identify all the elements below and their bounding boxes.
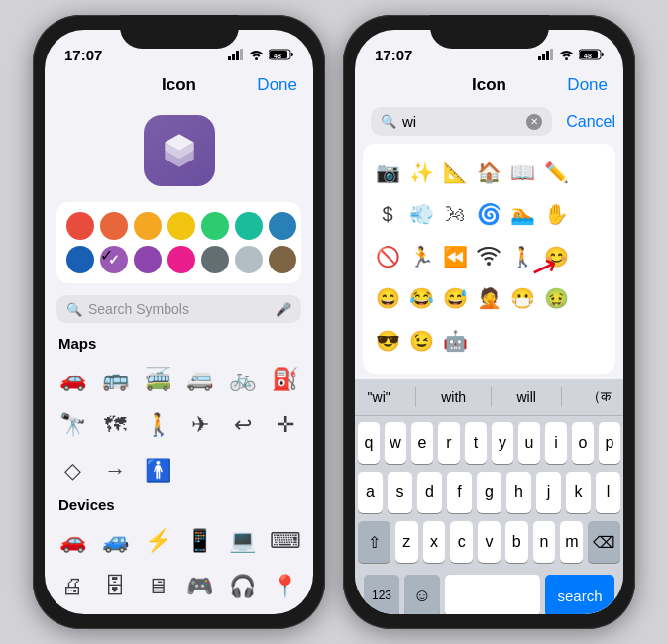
- key-q[interactable]: q: [358, 422, 380, 464]
- symbol-arrow[interactable]: →: [95, 449, 136, 492]
- r-hand[interactable]: ✋: [540, 193, 574, 235]
- symbol-car2[interactable]: 🚗: [53, 519, 93, 563]
- r-lol[interactable]: 😂: [404, 277, 438, 319]
- done-button-right[interactable]: Done: [567, 75, 608, 95]
- key-s[interactable]: s: [388, 472, 412, 513]
- symbol-monitor[interactable]: 🖥: [138, 565, 178, 608]
- key-d[interactable]: d: [417, 472, 442, 513]
- symbol-binoculars[interactable]: 🔭: [53, 403, 93, 447]
- r-wind1[interactable]: 💨: [404, 193, 438, 235]
- key-g[interactable]: g: [477, 472, 501, 513]
- symbol-phone[interactable]: 📱: [179, 519, 220, 563]
- color-light-gray[interactable]: [235, 246, 263, 273]
- symbol-person[interactable]: 🚹: [138, 449, 178, 492]
- autocorrect-hindi[interactable]: （क: [587, 388, 611, 406]
- key-w[interactable]: w: [385, 422, 406, 464]
- r-tornado[interactable]: 🌀: [472, 193, 505, 235]
- r-wink[interactable]: 😉: [404, 320, 438, 362]
- key-u[interactable]: u: [518, 422, 540, 464]
- r-rewind[interactable]: ⏪: [438, 236, 472, 277]
- symbol-bus[interactable]: 🚌: [95, 358, 136, 401]
- r-sick[interactable]: 🤢: [540, 277, 574, 319]
- key-o[interactable]: o: [572, 422, 594, 464]
- r-wifi[interactable]: [472, 236, 505, 277]
- symbol-pin[interactable]: 📍: [265, 565, 305, 608]
- color-yellow[interactable]: [167, 212, 195, 240]
- key-shift[interactable]: ⇧: [358, 521, 390, 563]
- color-pink[interactable]: [167, 246, 195, 273]
- color-orange[interactable]: [134, 212, 162, 240]
- symbol-van[interactable]: 🚐: [179, 358, 220, 401]
- key-z[interactable]: z: [395, 521, 418, 563]
- r-face-hand[interactable]: 🤦: [472, 277, 505, 319]
- symbol-diamond[interactable]: ◇: [53, 449, 93, 492]
- symbol-keyboard[interactable]: ⌨: [265, 519, 305, 563]
- key-i[interactable]: i: [545, 422, 567, 464]
- key-k[interactable]: k: [566, 472, 591, 513]
- r-figure[interactable]: 🏃: [404, 236, 438, 277]
- symbol-fuel[interactable]: ⛽: [265, 358, 305, 401]
- color-gray[interactable]: [201, 246, 229, 273]
- key-space[interactable]: [445, 575, 540, 614]
- color-teal[interactable]: [235, 212, 263, 240]
- search-symbols-bar[interactable]: 🔍 Search Symbols 🎤: [56, 295, 301, 323]
- key-r[interactable]: r: [438, 422, 460, 464]
- symbol-server[interactable]: 🗄: [95, 565, 136, 608]
- key-y[interactable]: y: [492, 422, 513, 464]
- r-smile[interactable]: 😊: [540, 236, 574, 277]
- key-n[interactable]: n: [533, 521, 556, 563]
- autocorrect-will[interactable]: will: [516, 389, 535, 405]
- key-e[interactable]: e: [411, 422, 433, 464]
- key-f[interactable]: f: [447, 472, 472, 513]
- key-x[interactable]: x: [423, 521, 446, 563]
- r-grin[interactable]: 😄: [371, 277, 404, 319]
- key-emoji[interactable]: ☺: [404, 575, 440, 614]
- r-pencil[interactable]: ✏️: [540, 152, 574, 193]
- symbol-car3[interactable]: 🚙: [95, 519, 136, 563]
- symbol-laptop[interactable]: 💻: [222, 519, 263, 563]
- autocorrect-wi[interactable]: "wi": [368, 389, 390, 405]
- search-button[interactable]: search: [545, 575, 614, 614]
- autocorrect-with[interactable]: with: [441, 389, 466, 405]
- key-123[interactable]: 123: [364, 575, 399, 614]
- color-dark-blue[interactable]: [66, 246, 94, 273]
- search-clear-button[interactable]: ✕: [526, 114, 542, 130]
- r-person2[interactable]: 🚶: [506, 236, 540, 277]
- key-v[interactable]: v: [478, 521, 501, 563]
- symbol-walk[interactable]: 🚶: [138, 403, 178, 447]
- r-wind2[interactable]: 🌬: [438, 193, 472, 235]
- color-dark-purple[interactable]: [134, 246, 162, 273]
- r-photo[interactable]: 📷: [371, 152, 404, 193]
- color-red[interactable]: [66, 212, 94, 240]
- symbol-headphones[interactable]: 🎧: [222, 565, 263, 608]
- key-c[interactable]: c: [450, 521, 473, 563]
- key-t[interactable]: t: [465, 422, 487, 464]
- r-book[interactable]: 📖: [506, 152, 540, 193]
- symbol-printer[interactable]: 🖨: [53, 565, 93, 608]
- symbol-bike[interactable]: 🚲: [222, 358, 263, 401]
- symbol-return[interactable]: ↩: [222, 403, 263, 447]
- r-house[interactable]: 🏠: [472, 152, 505, 193]
- symbol-crosshair[interactable]: ✛: [265, 403, 305, 447]
- key-b[interactable]: b: [505, 521, 528, 563]
- r-robot[interactable]: 🤖: [438, 320, 472, 362]
- key-a[interactable]: a: [358, 472, 383, 513]
- color-brown[interactable]: [269, 246, 296, 273]
- key-l[interactable]: l: [596, 472, 620, 513]
- symbol-map[interactable]: 🗺: [95, 403, 136, 447]
- r-sweat[interactable]: 😅: [438, 277, 472, 319]
- r-swim[interactable]: 🏊: [506, 193, 540, 235]
- r-sparkle[interactable]: ✨: [404, 152, 438, 193]
- key-delete[interactable]: ⌫: [588, 521, 620, 563]
- r-sunglasses[interactable]: 😎: [371, 320, 404, 362]
- done-button-left[interactable]: Done: [257, 75, 297, 95]
- color-purple-selected[interactable]: ✓: [100, 246, 128, 273]
- color-blue[interactable]: [269, 212, 296, 240]
- r-no-hand[interactable]: 🚫: [371, 236, 404, 277]
- color-orange-red[interactable]: [100, 212, 128, 240]
- symbol-lightning[interactable]: ⚡: [138, 519, 178, 563]
- symbol-send[interactable]: ✈: [179, 403, 220, 447]
- cancel-button[interactable]: Cancel: [566, 113, 615, 131]
- symbol-trolley[interactable]: 🚎: [138, 358, 178, 401]
- symbol-car[interactable]: 🚗: [53, 358, 93, 401]
